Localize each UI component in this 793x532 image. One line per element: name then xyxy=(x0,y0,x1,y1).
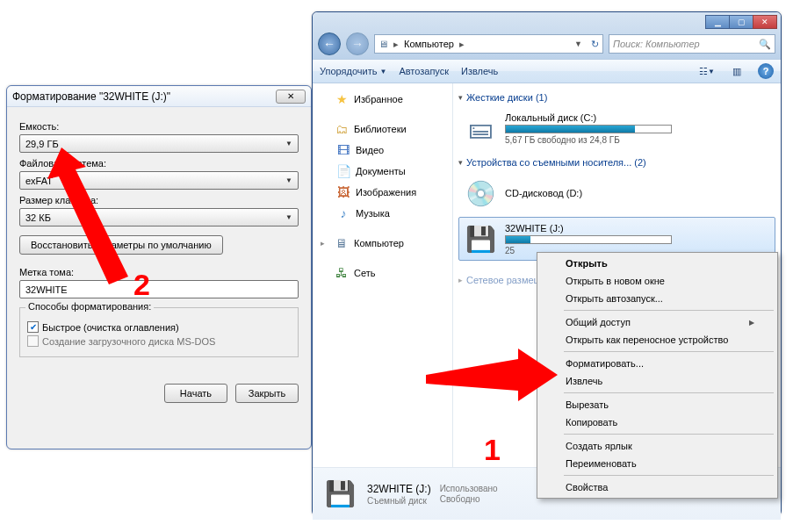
volume-label: Метка тома: xyxy=(19,267,299,277)
detail-name: 32WHITE (J:) xyxy=(367,483,431,495)
sidebar-video[interactable]: 🎞Видео xyxy=(316,140,449,161)
ctx-shortcut[interactable]: Создать ярлык xyxy=(539,437,775,455)
refresh-icon[interactable]: ↻ xyxy=(591,39,599,50)
document-icon: 📄 xyxy=(336,164,350,178)
help-icon[interactable]: ? xyxy=(758,63,774,79)
ctx-rename[interactable]: Переименовать xyxy=(539,455,775,472)
ctx-cut[interactable]: Вырезать xyxy=(539,396,775,413)
msdos-checkbox[interactable]: Создание загрузочного диска MS-DOS xyxy=(27,335,291,347)
breadcrumb[interactable]: Компьютер xyxy=(404,39,454,49)
sidebar-favorites[interactable]: ★Избранное xyxy=(316,89,449,110)
ctx-copy[interactable]: Копировать xyxy=(539,413,775,431)
filesystem-label: Файловая система: xyxy=(19,158,299,169)
start-button[interactable]: Начать xyxy=(164,384,227,403)
sidebar-images[interactable]: 🖼Изображения xyxy=(316,182,449,203)
ctx-open-new[interactable]: Открыть в новом окне xyxy=(539,272,775,290)
checkbox-checked-icon: ✔ xyxy=(27,321,39,333)
computer-icon: 🖥 xyxy=(335,236,349,250)
hdd-icon: 🖴 xyxy=(463,111,498,146)
sidebar-network[interactable]: 🖧Сеть xyxy=(316,262,449,284)
checkbox-icon xyxy=(27,335,39,347)
annotation-number: 1 xyxy=(484,433,501,467)
ctx-eject[interactable]: Извлечь xyxy=(539,372,775,390)
chevron-down-icon: ▼ xyxy=(379,68,386,75)
sidebar-music[interactable]: ♪Музыка xyxy=(316,203,449,224)
search-input[interactable]: Поиск: Компьютер🔍 xyxy=(609,34,775,54)
preview-pane-icon[interactable]: ▥ xyxy=(728,63,746,79)
capacity-bar xyxy=(505,235,672,244)
maximize-icon[interactable]: ▢ xyxy=(729,15,753,29)
sidebar-libraries[interactable]: 🗂Библиотеки xyxy=(316,119,449,140)
computer-icon: 🖥 xyxy=(378,39,388,49)
removable-icon: 💾 xyxy=(321,476,358,513)
forward-button[interactable]: → xyxy=(346,32,369,55)
capacity-select[interactable]: 29,9 ГБ▼ xyxy=(19,134,299,153)
category-removable[interactable]: ▾Устройства со съемными носителя... (2) xyxy=(458,152,775,169)
cd-icon: 💿 xyxy=(463,176,498,211)
chevron-down-icon: ▼ xyxy=(285,176,292,184)
ctx-portable[interactable]: Открыть как переносное устройство xyxy=(539,331,775,349)
chevron-down-icon: ▾ xyxy=(458,158,463,167)
chevron-down-icon: ▼ xyxy=(285,213,292,221)
ctx-autoplay[interactable]: Открыть автозапуск... xyxy=(539,290,775,307)
ctx-share[interactable]: Общий доступ xyxy=(539,313,775,331)
ctx-properties[interactable]: Свойства xyxy=(539,478,775,496)
dropdown-icon[interactable]: ▼ xyxy=(574,40,582,48)
chevron-down-icon: ▾ xyxy=(458,93,463,102)
view-icon[interactable]: ☷ ▼ xyxy=(698,63,716,79)
video-icon: 🎞 xyxy=(336,143,350,157)
address-bar[interactable]: 🖥 ▸ Компьютер ▸ ▼ ↻ xyxy=(374,34,603,54)
organize-menu[interactable]: Упорядочить▼ xyxy=(320,66,386,76)
chevron-right-icon: ▸ xyxy=(459,39,465,50)
chevron-right-icon: ▸ xyxy=(458,276,463,284)
chevron-down-icon: ▼ xyxy=(285,140,292,147)
back-button[interactable]: ← xyxy=(318,32,341,55)
sidebar-documents[interactable]: 📄Документы xyxy=(316,161,449,182)
network-icon: 🖧 xyxy=(335,266,349,280)
category-hdd[interactable]: ▾Жесткие диски (1) xyxy=(458,87,775,104)
quick-format-checkbox[interactable]: ✔Быстрое (очистка оглавления) xyxy=(27,321,291,333)
ctx-format[interactable]: Форматировать... xyxy=(539,355,775,372)
close-icon[interactable]: ✕ xyxy=(753,15,777,29)
drive-c[interactable]: 🖴 Локальный диск (C:) 5,67 ГБ свободно и… xyxy=(458,106,775,150)
sidebar-computer[interactable]: ▸🖥Компьютер xyxy=(316,233,449,254)
star-icon: ★ xyxy=(335,92,349,106)
ctx-open[interactable]: Открыть xyxy=(539,255,775,272)
chevron-right-icon: ▸ xyxy=(393,39,399,50)
format-options-label: Способы форматирования: xyxy=(25,301,154,312)
minimize-icon[interactable]: ▁ xyxy=(705,15,730,29)
cluster-select[interactable]: 32 КБ▼ xyxy=(19,208,299,226)
volume-input[interactable]: 32WHITE xyxy=(19,280,299,298)
restore-defaults-button[interactable]: Восстановить параметры по умолчанию xyxy=(19,235,223,255)
annotation-number: 2 xyxy=(133,268,150,302)
music-icon: ♪ xyxy=(336,206,350,220)
folder-icon: 🗂 xyxy=(335,122,349,136)
image-icon: 🖼 xyxy=(336,185,350,199)
cluster-label: Размер кластера: xyxy=(19,195,299,205)
capacity-bar xyxy=(505,125,672,133)
dialog-title: Форматирование "32WHITE (J:)" xyxy=(12,90,276,103)
removable-icon: 💾 xyxy=(463,221,498,256)
eject-button[interactable]: Извлечь xyxy=(461,66,498,76)
filesystem-select[interactable]: exFAT▼ xyxy=(19,171,299,190)
capacity-label: Емкость: xyxy=(19,121,299,132)
drive-d[interactable]: 💿 CD-дисковод (D:) xyxy=(458,171,775,215)
context-menu: Открыть Открыть в новом окне Открыть авт… xyxy=(537,252,778,499)
search-icon: 🔍 xyxy=(759,39,771,50)
close-button[interactable]: Закрыть xyxy=(235,384,299,403)
close-icon[interactable]: ✕ xyxy=(276,90,306,104)
autoplay-button[interactable]: Автозапуск xyxy=(399,66,449,76)
